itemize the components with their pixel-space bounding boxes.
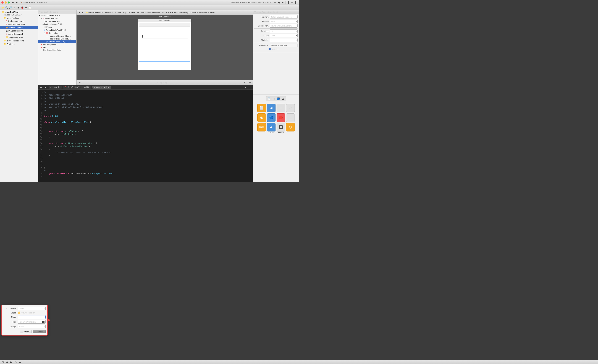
- lib-class-icon[interactable]: { }: [272, 97, 275, 100]
- multiplier-value[interactable]: 1 ▾: [270, 38, 298, 42]
- first-item-value[interactable]: Bottom Layout Guide.Top ▾: [270, 15, 298, 19]
- outline-item-vc[interactable]: ▾ ● View Controller: [38, 17, 76, 20]
- close-button[interactable]: [1, 1, 4, 4]
- bc-4[interactable]: Vie...cene: [127, 12, 135, 14]
- priority-dropdown[interactable]: ▾: [296, 35, 297, 36]
- bc-1[interactable]: mo...Field: [101, 12, 109, 14]
- lib-btn-split[interactable]: ◐: [257, 113, 266, 122]
- relation-value[interactable]: Equal ▾: [270, 20, 298, 23]
- panel-right-icon[interactable]: ▌: [294, 1, 298, 4]
- sidebar-item-launchscreen[interactable]: S LaunchScreen.xib: [0, 32, 38, 36]
- outline-item-firstresponder[interactable]: ● First Responder: [38, 43, 76, 46]
- lib-btn-segment[interactable]: ⬡: [286, 123, 295, 132]
- code-nav-back[interactable]: ◀: [39, 86, 42, 89]
- zoom-in-icon[interactable]: ⊞: [248, 81, 251, 84]
- project-nav-icon[interactable]: 📁: [1, 6, 4, 9]
- lib-btn-collection[interactable]: ↩: [286, 104, 295, 112]
- lib-btn-button[interactable]: 🔲: [277, 123, 285, 132]
- tab-viewcontroller[interactable]: ViewController: [92, 86, 111, 89]
- lib-media-icon[interactable]: 🖼: [281, 97, 285, 100]
- nav-back-icon[interactable]: ◀: [277, 1, 280, 4]
- assets-icon: 🖼: [6, 30, 8, 32]
- outline-item-textfield[interactable]: F Round Style Text Field: [38, 29, 76, 32]
- sidebar-item-images[interactable]: 🖼 Images.xcassets: [0, 29, 38, 32]
- bc-6[interactable]: View: [146, 12, 150, 14]
- outline-item-bottomlayout[interactable]: B Bottom Layout Guide: [38, 23, 76, 26]
- priority-value[interactable]: 1000 ▾: [270, 34, 298, 37]
- lib-btn-keyboard[interactable]: ⌨: [257, 123, 266, 132]
- relation-dropdown[interactable]: ▾: [296, 21, 297, 22]
- issue-nav-icon[interactable]: ⚠: [13, 6, 16, 9]
- code-close-icon[interactable]: ✕: [249, 86, 252, 89]
- lib-btn-vc[interactable]: ⬜: [257, 104, 266, 112]
- bc-7[interactable]: Constraints: [151, 12, 160, 14]
- zoom-back-icon[interactable]: ⊞: [78, 81, 81, 84]
- outline-item-toplayout[interactable]: T Top Layout Guide: [38, 20, 76, 23]
- stop-button[interactable]: ■: [15, 1, 18, 4]
- panel-left-icon[interactable]: ▐: [287, 1, 290, 4]
- viewcontroller-canvas[interactable]: View Controller: [138, 19, 191, 70]
- tab-automatic[interactable]: Automatic: [49, 86, 62, 89]
- bc-2[interactable]: Mai...ard: [110, 12, 117, 14]
- sidebar-item-project-group[interactable]: 📁 moveTextField: [0, 16, 38, 20]
- outline-item-hspace1[interactable]: — Horizontal Space - Rou...: [38, 34, 76, 37]
- outline-item-hspace2[interactable]: — Horizontal Space - Rou...: [38, 37, 76, 40]
- nav-fwd-btn[interactable]: ▶: [81, 11, 84, 14]
- text-field-canvas[interactable]: [141, 34, 188, 38]
- lib-selected-icon[interactable]: 🔵: [277, 97, 280, 100]
- lib-btn-search[interactable]: 🔵: [267, 113, 275, 122]
- first-item-dropdown[interactable]: ▾: [296, 16, 297, 18]
- breakpoint-nav-icon[interactable]: ☰: [25, 6, 28, 9]
- panel-bottom-icon[interactable]: ▬: [291, 1, 294, 4]
- sidebar-item-viewcontroller[interactable]: S ViewController.swift: [0, 23, 38, 26]
- sidebar-item-project[interactable]: 📁 moveTextField: [0, 10, 38, 14]
- lib-file-icon[interactable]: 📄: [267, 97, 271, 100]
- sidebar-item-mainstoryboard[interactable]: 🎨 Main.storyboard: [0, 26, 38, 29]
- constant-label: Constant: [254, 30, 269, 32]
- outline-item-entry[interactable]: → Storyboard Entry Point: [38, 49, 76, 51]
- sidebar-item-tests[interactable]: 📁 moveTextFieldTests: [0, 39, 38, 42]
- run-button[interactable]: ▶: [11, 1, 15, 4]
- outline-item-view[interactable]: ▾ ⬜ View: [38, 26, 76, 29]
- report-nav-icon[interactable]: 📋: [28, 6, 32, 9]
- bc-0[interactable]: 📁 moveTextField: [86, 12, 100, 14]
- view-icon: ⬜: [44, 26, 47, 28]
- symbol-nav-icon[interactable]: 🔍: [5, 6, 8, 9]
- nav-forward-icon[interactable]: ▶: [281, 1, 284, 4]
- sidebar-item-appdelegate[interactable]: S AppDelegate.swift: [0, 20, 38, 23]
- vspace-label: Vertical Space - (20) -...: [47, 41, 68, 43]
- outline-item-constraints[interactable]: ▾ ⊞ Constraints: [38, 32, 76, 34]
- lib-btn-img[interactable]: 🔴: [277, 113, 285, 122]
- vc-icon-lib: ⬜: [260, 106, 264, 110]
- code-nav-fwd[interactable]: ▶: [44, 86, 47, 89]
- fit-icon[interactable]: ⊡: [243, 81, 247, 84]
- layout-icon[interactable]: ⊞: [273, 1, 276, 4]
- code-plus-icon[interactable]: ＋: [244, 86, 247, 89]
- constant-value[interactable]: 20 ▾: [270, 29, 298, 33]
- outline-item-vspace[interactable]: | Vertical Space - (20) -...: [38, 40, 76, 43]
- minimize-button[interactable]: [5, 1, 7, 4]
- multiplier-dropdown[interactable]: ▾: [296, 39, 297, 41]
- tab-viewcontroller-swift[interactable]: S ViewController.swift: [63, 86, 91, 89]
- sidebar-item-supporting[interactable]: 📁 Supporting Files: [0, 36, 38, 39]
- bc-5[interactable]: Vie...roller: [137, 12, 145, 14]
- nav-back-btn[interactable]: ◀: [78, 11, 81, 14]
- outline-item-exit[interactable]: ● Exit: [38, 46, 76, 49]
- sidebar-item-products[interactable]: 📁 Products: [0, 42, 38, 46]
- second-item-dropdown[interactable]: ▾: [296, 25, 297, 27]
- search-nav-icon[interactable]: 🔎: [9, 6, 12, 9]
- test-nav-icon[interactable]: ◉: [17, 6, 20, 9]
- second-item-value[interactable]: Round Style...ield.Bottom ▾: [270, 24, 298, 28]
- maximize-button[interactable]: [8, 1, 10, 4]
- lib-btn-play[interactable]: ⏯: [267, 123, 275, 132]
- title-bar: ▶ ■ 🔨 moveTextField › iPhone 6 Build mov…: [0, 0, 299, 5]
- bc-3[interactable]: Mai...ase): [118, 12, 126, 14]
- debug-nav-icon[interactable]: 🐞: [21, 6, 24, 9]
- lib-btn-nav[interactable]: ◀: [267, 104, 275, 112]
- bc-8[interactable]: Vertical Space - (20) - Bottom Layout Gu…: [161, 12, 215, 14]
- outline-item-vcs[interactable]: ▾ View Controller Scene: [38, 14, 76, 17]
- lib-btn-table[interactable]: ☰: [277, 104, 285, 112]
- installed-checkbox[interactable]: [269, 48, 271, 50]
- constant-dropdown[interactable]: ▾: [296, 30, 297, 32]
- lib-btn-web[interactable]: ⬜: [286, 113, 295, 122]
